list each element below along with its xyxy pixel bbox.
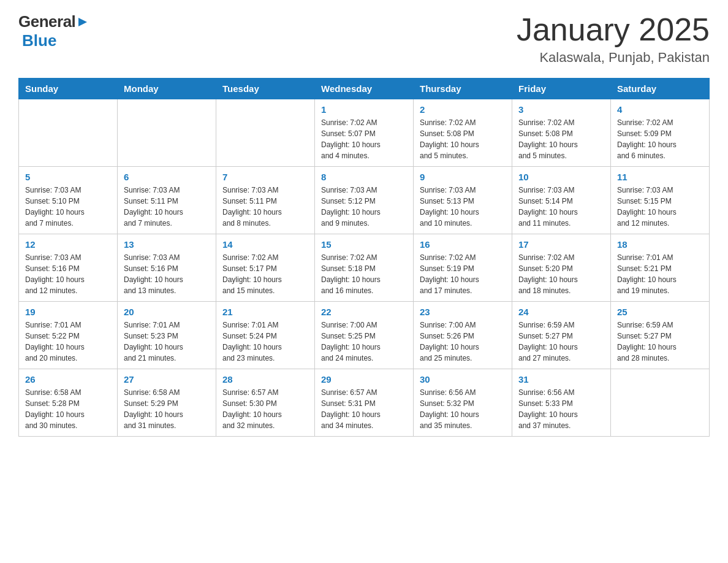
calendar-day-cell: 12Sunrise: 7:03 AM Sunset: 5:16 PM Dayli…	[19, 234, 118, 302]
page-header: General Blue January 2025 Kalaswala, Pun…	[18, 12, 710, 66]
day-info: Sunrise: 7:03 AM Sunset: 5:15 PM Dayligh…	[617, 185, 703, 229]
day-number: 29	[321, 374, 407, 385]
calendar-day-cell: 25Sunrise: 6:59 AM Sunset: 5:27 PM Dayli…	[611, 302, 710, 369]
calendar-day-cell: 21Sunrise: 7:01 AM Sunset: 5:24 PM Dayli…	[216, 302, 315, 369]
day-info: Sunrise: 7:02 AM Sunset: 5:17 PM Dayligh…	[222, 252, 308, 296]
day-info: Sunrise: 7:03 AM Sunset: 5:12 PM Dayligh…	[321, 185, 407, 229]
calendar-day-cell: 14Sunrise: 7:02 AM Sunset: 5:17 PM Dayli…	[216, 234, 315, 302]
day-of-week-header: Tuesday	[216, 79, 315, 99]
day-info: Sunrise: 7:01 AM Sunset: 5:23 PM Dayligh…	[124, 320, 210, 364]
day-number: 15	[321, 239, 407, 250]
day-number: 28	[222, 374, 308, 385]
day-of-week-header: Sunday	[19, 79, 118, 99]
day-number: 20	[124, 307, 210, 317]
day-number: 22	[321, 307, 407, 317]
logo-triangle-icon	[76, 15, 89, 29]
calendar-day-cell: 3Sunrise: 7:02 AM Sunset: 5:08 PM Daylig…	[512, 99, 611, 167]
day-info: Sunrise: 7:03 AM Sunset: 5:16 PM Dayligh…	[25, 252, 111, 296]
day-info: Sunrise: 7:02 AM Sunset: 5:20 PM Dayligh…	[518, 252, 604, 296]
logo-blue: Blue	[22, 31, 56, 50]
day-info: Sunrise: 6:58 AM Sunset: 5:28 PM Dayligh…	[25, 387, 111, 431]
day-number: 7	[222, 172, 308, 182]
day-number: 3	[518, 104, 604, 115]
title-block: January 2025 Kalaswala, Punjab, Pakistan	[517, 12, 710, 66]
day-number: 25	[617, 307, 703, 317]
day-number: 26	[25, 374, 111, 385]
day-info: Sunrise: 7:02 AM Sunset: 5:07 PM Dayligh…	[321, 117, 407, 161]
calendar-day-cell: 28Sunrise: 6:57 AM Sunset: 5:30 PM Dayli…	[216, 369, 315, 437]
calendar-day-cell: 1Sunrise: 7:02 AM Sunset: 5:07 PM Daylig…	[315, 99, 414, 167]
day-number: 21	[222, 307, 308, 317]
calendar-day-cell	[216, 99, 315, 167]
logo-general: General	[18, 12, 75, 31]
day-number: 16	[420, 239, 506, 250]
day-info: Sunrise: 7:03 AM Sunset: 5:16 PM Dayligh…	[124, 252, 210, 296]
day-number: 18	[617, 239, 703, 250]
day-info: Sunrise: 7:00 AM Sunset: 5:26 PM Dayligh…	[420, 320, 506, 364]
month-title: January 2025	[517, 12, 710, 47]
day-info: Sunrise: 6:56 AM Sunset: 5:33 PM Dayligh…	[518, 387, 604, 431]
calendar-day-cell: 17Sunrise: 7:02 AM Sunset: 5:20 PM Dayli…	[512, 234, 611, 302]
day-number: 23	[420, 307, 506, 317]
calendar-day-cell: 18Sunrise: 7:01 AM Sunset: 5:21 PM Dayli…	[611, 234, 710, 302]
day-info: Sunrise: 6:59 AM Sunset: 5:27 PM Dayligh…	[518, 320, 604, 364]
day-number: 14	[222, 239, 308, 250]
day-number: 11	[617, 172, 703, 182]
day-info: Sunrise: 6:59 AM Sunset: 5:27 PM Dayligh…	[617, 320, 703, 364]
calendar-week-row: 26Sunrise: 6:58 AM Sunset: 5:28 PM Dayli…	[19, 369, 710, 437]
day-of-week-header: Saturday	[611, 79, 710, 99]
day-of-week-header: Thursday	[414, 79, 512, 99]
calendar-header: SundayMondayTuesdayWednesdayThursdayFrid…	[19, 79, 710, 99]
day-info: Sunrise: 7:03 AM Sunset: 5:13 PM Dayligh…	[420, 185, 506, 229]
calendar-day-cell	[118, 99, 216, 167]
day-number: 4	[617, 104, 703, 115]
day-number: 2	[420, 104, 506, 115]
day-of-week-header: Monday	[118, 79, 216, 99]
day-info: Sunrise: 7:02 AM Sunset: 5:08 PM Dayligh…	[420, 117, 506, 161]
calendar-day-cell: 5Sunrise: 7:03 AM Sunset: 5:10 PM Daylig…	[19, 167, 118, 234]
day-of-week-header: Wednesday	[315, 79, 414, 99]
day-number: 10	[518, 172, 604, 182]
day-info: Sunrise: 6:56 AM Sunset: 5:32 PM Dayligh…	[420, 387, 506, 431]
calendar-day-cell: 6Sunrise: 7:03 AM Sunset: 5:11 PM Daylig…	[118, 167, 216, 234]
calendar-day-cell: 8Sunrise: 7:03 AM Sunset: 5:12 PM Daylig…	[315, 167, 414, 234]
calendar-day-cell: 27Sunrise: 6:58 AM Sunset: 5:29 PM Dayli…	[118, 369, 216, 437]
calendar-day-cell: 20Sunrise: 7:01 AM Sunset: 5:23 PM Dayli…	[118, 302, 216, 369]
calendar-day-cell: 19Sunrise: 7:01 AM Sunset: 5:22 PM Dayli…	[19, 302, 118, 369]
day-number: 30	[420, 374, 506, 385]
day-number: 17	[518, 239, 604, 250]
day-info: Sunrise: 7:01 AM Sunset: 5:24 PM Dayligh…	[222, 320, 308, 364]
day-number: 31	[518, 374, 604, 385]
day-info: Sunrise: 7:00 AM Sunset: 5:25 PM Dayligh…	[321, 320, 407, 364]
day-number: 8	[321, 172, 407, 182]
calendar-day-cell: 30Sunrise: 6:56 AM Sunset: 5:32 PM Dayli…	[414, 369, 512, 437]
day-number: 5	[25, 172, 111, 182]
day-number: 9	[420, 172, 506, 182]
calendar-day-cell: 15Sunrise: 7:02 AM Sunset: 5:18 PM Dayli…	[315, 234, 414, 302]
calendar-day-cell	[611, 369, 710, 437]
calendar-week-row: 12Sunrise: 7:03 AM Sunset: 5:16 PM Dayli…	[19, 234, 710, 302]
svg-marker-0	[78, 18, 87, 26]
day-number: 6	[124, 172, 210, 182]
calendar-day-cell: 13Sunrise: 7:03 AM Sunset: 5:16 PM Dayli…	[118, 234, 216, 302]
day-info: Sunrise: 7:02 AM Sunset: 5:18 PM Dayligh…	[321, 252, 407, 296]
day-info: Sunrise: 7:03 AM Sunset: 5:10 PM Dayligh…	[25, 185, 111, 229]
calendar-week-row: 5Sunrise: 7:03 AM Sunset: 5:10 PM Daylig…	[19, 167, 710, 234]
day-info: Sunrise: 6:57 AM Sunset: 5:30 PM Dayligh…	[222, 387, 308, 431]
calendar-day-cell: 16Sunrise: 7:02 AM Sunset: 5:19 PM Dayli…	[414, 234, 512, 302]
day-info: Sunrise: 7:03 AM Sunset: 5:11 PM Dayligh…	[124, 185, 210, 229]
day-info: Sunrise: 7:02 AM Sunset: 5:19 PM Dayligh…	[420, 252, 506, 296]
calendar-day-cell: 7Sunrise: 7:03 AM Sunset: 5:11 PM Daylig…	[216, 167, 315, 234]
day-number: 12	[25, 239, 111, 250]
day-number: 13	[124, 239, 210, 250]
calendar-day-cell: 10Sunrise: 7:03 AM Sunset: 5:14 PM Dayli…	[512, 167, 611, 234]
day-info: Sunrise: 7:03 AM Sunset: 5:11 PM Dayligh…	[222, 185, 308, 229]
calendar-day-cell: 29Sunrise: 6:57 AM Sunset: 5:31 PM Dayli…	[315, 369, 414, 437]
location-title: Kalaswala, Punjab, Pakistan	[517, 50, 710, 66]
day-info: Sunrise: 6:57 AM Sunset: 5:31 PM Dayligh…	[321, 387, 407, 431]
calendar-body: 1Sunrise: 7:02 AM Sunset: 5:07 PM Daylig…	[19, 99, 710, 437]
calendar-day-cell: 26Sunrise: 6:58 AM Sunset: 5:28 PM Dayli…	[19, 369, 118, 437]
day-info: Sunrise: 7:02 AM Sunset: 5:08 PM Dayligh…	[518, 117, 604, 161]
day-info: Sunrise: 7:02 AM Sunset: 5:09 PM Dayligh…	[617, 117, 703, 161]
day-number: 19	[25, 307, 111, 317]
